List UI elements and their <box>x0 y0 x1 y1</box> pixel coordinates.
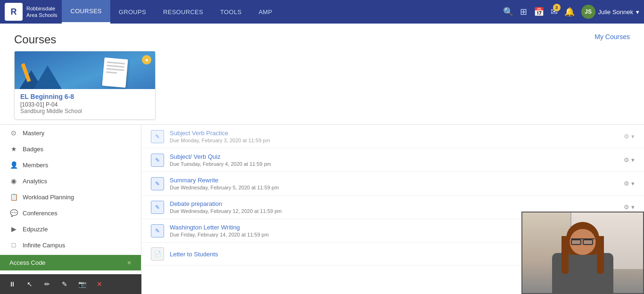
assignment-settings-button[interactable]: ⚙ ▾ <box>624 180 635 187</box>
infinitecampus-icon: □ <box>9 241 18 249</box>
members-icon: 👤 <box>9 161 18 169</box>
sidebar-item-mastery[interactable]: ⊙ Mastery <box>0 125 141 141</box>
document-icon <box>102 57 128 88</box>
assignment-info: Subject Verb Practice Due Monday, Februa… <box>170 130 618 143</box>
message-badge: 3 <box>553 4 561 11</box>
assignment-name[interactable]: Subject/ Verb Quiz <box>170 153 618 160</box>
course-card-image: ★ <box>15 51 155 89</box>
logo-text: Robbinsdale Area Schools <box>26 5 57 19</box>
video-overlay <box>521 212 644 294</box>
assignment-row: ✎ Subject Verb Practice Due Monday, Febr… <box>141 125 644 148</box>
course-code: [1033-01] P-04 <box>20 101 149 108</box>
course-cards: ★ EL Beginning 6-8 [1033-01] P-04 Sandbu… <box>0 51 644 124</box>
conferences-icon: 💬 <box>9 209 18 217</box>
user-menu[interactable]: JS Julie Sonnek ▾ <box>581 5 639 19</box>
assignment-name[interactable]: Debate preparation <box>170 200 618 207</box>
badges-icon: ★ <box>9 145 18 153</box>
assignment-settings-button[interactable]: ⚙ ▾ <box>624 204 635 211</box>
page-title: Courses <box>14 33 56 46</box>
assignment-icon: ✎ <box>151 177 164 190</box>
notifications-button[interactable]: 🔔 <box>564 7 575 17</box>
nav-items: COURSES GROUPS RESOURCES TOOLS AMP <box>62 0 503 24</box>
user-menu-chevron: ▾ <box>636 8 639 16</box>
logo-icon: R <box>5 3 23 21</box>
sidebar-item-accesscode-label: Access Code <box>9 259 122 266</box>
close-button[interactable]: ✕ <box>92 277 107 292</box>
highlighter-button[interactable]: ✎ <box>57 277 72 292</box>
my-courses-link[interactable]: My Courses <box>594 33 630 41</box>
course-card-info: EL Beginning 6-8 [1033-01] P-04 Sandburg… <box>15 89 155 119</box>
camera-button[interactable]: 📷 <box>74 277 90 292</box>
nav-logo[interactable]: R Robbinsdale Area Schools <box>5 3 57 21</box>
sidebar-item-analytics[interactable]: ◉ Analytics <box>0 173 141 189</box>
assignment-info: Subject/ Verb Quiz Due Tuesday, February… <box>170 153 618 167</box>
main-content: Courses My Courses <box>0 24 644 294</box>
sidebar-item-conferences[interactable]: 💬 Conferences <box>0 205 141 221</box>
star-badge: ★ <box>142 55 151 65</box>
sidebar-item-conferences-label: Conferences <box>23 210 132 217</box>
sidebar-item-badges-label: Badges <box>23 146 132 153</box>
bottom-toolbar: ⏸ ↖ ✏ ✎ 📷 ✕ <box>0 274 141 294</box>
assignment-row: ✎ Subject/ Verb Quiz Due Tuesday, Februa… <box>141 148 644 172</box>
person-longhair-right-icon <box>597 236 604 274</box>
assignment-name[interactable]: Summary Rewrite <box>170 177 618 184</box>
person-container <box>522 212 643 293</box>
calendar-button[interactable]: 📅 <box>534 7 544 17</box>
sidebar-item-mastery-label: Mastery <box>23 130 132 137</box>
courses-top: Courses My Courses <box>0 24 644 51</box>
assignment-icon: ✎ <box>151 154 164 167</box>
sidebar-item-accesscode[interactable]: Access Code ✕ <box>0 255 141 270</box>
assignment-row: ✎ Summary Rewrite Due Wednesday, Februar… <box>141 172 644 196</box>
person-glasses-icon <box>571 238 594 243</box>
mountain-right-icon <box>33 65 62 89</box>
analytics-icon: ◉ <box>9 177 18 185</box>
course-school: Sandburg Middle School <box>20 108 149 114</box>
nav-item-tools[interactable]: TOOLS <box>212 0 250 24</box>
apps-button[interactable]: ⊞ <box>520 7 527 17</box>
mastery-icon: ⊙ <box>9 129 18 137</box>
sidebar-item-members-label: Members <box>23 162 132 169</box>
assignment-due: Due Monday, February 3, 2020 at 11:59 pm <box>170 138 618 143</box>
nav-item-courses[interactable]: COURSES <box>62 0 110 24</box>
assignment-icon: ✎ <box>151 130 164 143</box>
assignment-due: Due Tuesday, February 4, 2020 at 11:59 p… <box>170 161 618 167</box>
course-card[interactable]: ★ EL Beginning 6-8 [1033-01] P-04 Sandbu… <box>14 51 156 120</box>
assignment-icon: 📄 <box>151 247 164 261</box>
user-name: Julie Sonnek <box>598 8 633 16</box>
assignment-name[interactable]: Subject Verb Practice <box>170 130 618 137</box>
sidebar-item-edpuzzle[interactable]: ▶ Edpuzzle <box>0 221 141 237</box>
sidebar-item-analytics-label: Analytics <box>23 178 132 185</box>
user-avatar: JS <box>581 5 595 19</box>
nav-item-groups[interactable]: GROUPS <box>110 0 155 24</box>
video-feed <box>522 212 643 293</box>
sidebar-close-button[interactable]: ✕ <box>127 260 132 266</box>
workload-icon: 📋 <box>9 193 18 201</box>
sidebar-item-workload-label: Workload Planning <box>23 194 132 201</box>
edpuzzle-icon: ▶ <box>9 225 18 233</box>
select-button[interactable]: ↖ <box>22 277 37 292</box>
messages-button[interactable]: ✉ 3 <box>551 7 558 17</box>
pause-button[interactable]: ⏸ <box>5 277 20 292</box>
nav-item-resources[interactable]: RESOURCES <box>155 0 212 24</box>
search-button[interactable]: 🔍 <box>503 7 513 17</box>
sidebar-item-infinitecampus[interactable]: □ Infinite Campus <box>0 237 141 253</box>
assignment-settings-button[interactable]: ⚙ ▾ <box>624 156 635 163</box>
left-sidebar: ⊙ Mastery ★ Badges 👤 Members ◉ Analytics… <box>0 125 141 294</box>
assignment-info: Summary Rewrite Due Wednesday, February … <box>170 177 618 190</box>
assignment-icon: ✎ <box>151 201 164 214</box>
sidebar-item-workload[interactable]: 📋 Workload Planning <box>0 189 141 205</box>
course-name[interactable]: EL Beginning 6-8 <box>20 93 149 100</box>
assignment-icon: ✎ <box>151 224 164 237</box>
nav-right: 🔍 ⊞ 📅 ✉ 3 🔔 JS Julie Sonnek ▾ <box>503 5 639 19</box>
sidebar-item-infinitecampus-label: Infinite Campus <box>23 242 132 249</box>
sidebar-item-badges[interactable]: ★ Badges <box>0 141 141 157</box>
nav-item-amp[interactable]: AMP <box>250 0 281 24</box>
sidebar-item-members[interactable]: 👤 Members <box>0 157 141 173</box>
pen-button[interactable]: ✏ <box>40 277 55 292</box>
top-nav: R Robbinsdale Area Schools COURSES GROUP… <box>0 0 644 24</box>
person-longhair-icon <box>561 236 569 274</box>
assignment-due: Due Wednesday, February 5, 2020 at 11:59… <box>170 185 618 190</box>
assignment-settings-button[interactable]: ⚙ ▾ <box>624 133 635 140</box>
sidebar-item-edpuzzle-label: Edpuzzle <box>23 226 132 233</box>
